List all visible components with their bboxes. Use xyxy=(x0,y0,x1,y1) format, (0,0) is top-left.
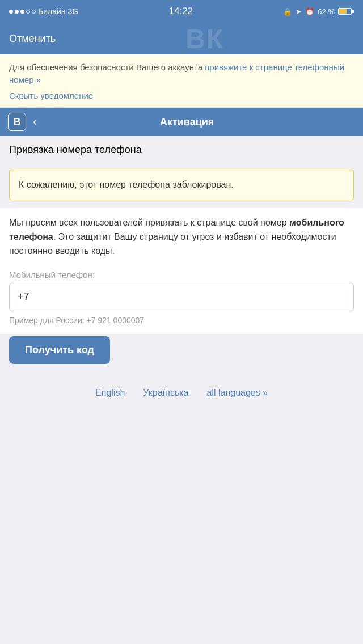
section-title: Привязка номера телефона xyxy=(9,144,142,155)
inner-nav-bar: В ‹ Активация xyxy=(0,108,363,136)
section-header: Привязка номера телефона xyxy=(0,136,363,162)
nav-logo: ВК xyxy=(56,23,354,54)
carrier-name: Билайн xyxy=(38,7,66,16)
lang-all-link[interactable]: all languages » xyxy=(206,388,268,398)
notification-text: Для обеспечения безопасности Вашего акка… xyxy=(9,62,205,72)
phone-example: Пример для России: +7 921 0000007 xyxy=(9,316,354,325)
lang-english-link[interactable]: English xyxy=(95,388,125,398)
cancel-button[interactable]: Отменить xyxy=(9,33,56,45)
battery-icon xyxy=(338,8,354,15)
phone-input[interactable] xyxy=(9,283,354,311)
hide-notification-link[interactable]: Скрыть уведомление xyxy=(9,90,354,102)
status-time: 14:22 xyxy=(169,6,193,17)
phone-field-label: Мобильный телефон: xyxy=(9,270,354,279)
main-text-prefix: Мы просим всех пользователей привязать к… xyxy=(9,218,289,227)
main-text-suffix: . Это защитит Вашу страницу от угроз и и… xyxy=(9,232,336,256)
top-nav-bar: Отменить ВК xyxy=(0,23,363,54)
notification-banner: Для обеспечения безопасности Вашего акка… xyxy=(0,54,363,108)
alarm-icon: ⏰ xyxy=(305,7,314,16)
location-icon: ➤ xyxy=(296,7,302,16)
signal-icon xyxy=(9,10,36,14)
main-description: Мы просим всех пользователей привязать к… xyxy=(0,208,363,264)
vk-letter: В xyxy=(14,116,21,128)
page-title: Активация xyxy=(44,116,330,128)
vk-icon[interactable]: В xyxy=(8,113,26,131)
battery-percent: 62 % xyxy=(318,7,335,16)
submit-button[interactable]: Получить код xyxy=(9,336,110,364)
lang-ukrainian-link[interactable]: Українська xyxy=(143,388,188,398)
status-bar: Билайн 3G 14:22 🔒 ➤ ⏰ 62 % xyxy=(0,0,363,23)
back-button[interactable]: ‹ xyxy=(33,115,37,129)
network-type: 3G xyxy=(68,7,79,16)
status-right: 🔒 ➤ ⏰ 62 % xyxy=(283,7,354,16)
carrier-info: Билайн 3G xyxy=(9,7,78,16)
page-footer: English Українська all languages » xyxy=(0,378,363,412)
warning-box: К сожалению, этот номер телефона заблоки… xyxy=(9,170,354,200)
form-section: Мобильный телефон: Пример для России: +7… xyxy=(0,264,363,334)
lock-icon: 🔒 xyxy=(283,7,292,16)
vk-watermark: ВК xyxy=(185,23,224,54)
warning-text: К сожалению, этот номер телефона заблоки… xyxy=(19,180,234,189)
